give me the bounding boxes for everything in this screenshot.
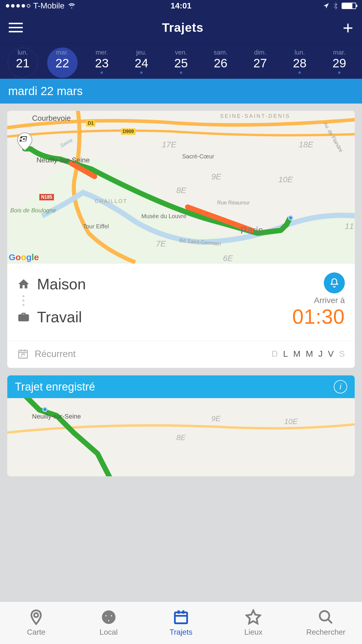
weekday-M: M bbox=[293, 349, 301, 359]
map-label: Courbevoie bbox=[32, 114, 71, 123]
weekday-V: V bbox=[328, 349, 334, 359]
map-label: Bois de Boulogne bbox=[10, 207, 56, 214]
svg-point-16 bbox=[320, 611, 329, 621]
weekday-J: J bbox=[318, 349, 323, 359]
map-attribution: Google bbox=[9, 252, 39, 262]
day-24[interactable]: jeu.24 bbox=[122, 49, 161, 74]
saved-trip-map[interactable]: Neuilly-sur-Seine 8E 9E 10E bbox=[7, 398, 355, 476]
carrier-label: T-Mobile bbox=[33, 1, 64, 10]
clock-label: 14:01 bbox=[171, 1, 191, 10]
map-label: Musée du Louvre bbox=[141, 213, 187, 220]
tab-trajets[interactable]: Trajets bbox=[145, 602, 217, 644]
bluetooth-icon bbox=[333, 2, 338, 10]
map-label: SEINE-SAINT-DENIS bbox=[220, 113, 290, 119]
map-label: 18E bbox=[299, 140, 313, 149]
svg-rect-15 bbox=[182, 610, 184, 614]
recurrent-label: Récurrent bbox=[35, 349, 266, 359]
day-22[interactable]: mar.22 bbox=[43, 49, 82, 74]
weekdays: DLMMJVS bbox=[272, 349, 345, 359]
weekday-L: L bbox=[283, 349, 288, 359]
weekday-S: S bbox=[339, 349, 345, 359]
calendar-icon bbox=[173, 609, 189, 625]
svg-point-8 bbox=[34, 613, 38, 617]
trip-from: Maison bbox=[37, 275, 86, 293]
map-label: Sacré-Cœur bbox=[182, 153, 214, 160]
trip-to: Travail bbox=[37, 308, 82, 326]
location-arrow-icon bbox=[323, 3, 329, 9]
notification-bell-button[interactable] bbox=[324, 272, 345, 293]
day-21[interactable]: lun.21 bbox=[3, 49, 43, 74]
briefcase-icon bbox=[17, 311, 30, 323]
saved-trip-title: Trajet enregistré bbox=[15, 381, 334, 393]
map-label: Neuilly-sur-Seine bbox=[36, 156, 90, 164]
road-label: D909 bbox=[121, 128, 136, 135]
search-icon bbox=[318, 609, 334, 625]
map-label: CHAILLOT bbox=[95, 198, 127, 204]
arrive-label: Arriver à bbox=[292, 296, 345, 305]
map-label: Neuilly-sur-Seine bbox=[32, 413, 81, 420]
day-26[interactable]: sam.26 bbox=[201, 49, 240, 74]
svg-rect-6 bbox=[19, 350, 27, 358]
map-label: 8E bbox=[176, 186, 186, 195]
tab-carte[interactable]: Carte bbox=[0, 602, 72, 644]
svg-rect-3 bbox=[20, 137, 22, 138]
local-icon bbox=[101, 609, 117, 625]
weekday-D: D bbox=[272, 349, 278, 359]
svg-rect-4 bbox=[23, 138, 25, 140]
map-label: 6E bbox=[223, 254, 233, 263]
hamburger-icon[interactable] bbox=[9, 23, 23, 32]
signal-dots-icon bbox=[6, 4, 30, 8]
arrive-time: 01:30 bbox=[292, 305, 345, 328]
add-button[interactable]: + bbox=[343, 19, 353, 37]
current-location-dot bbox=[42, 407, 48, 412]
map-label: 9E bbox=[211, 414, 221, 423]
day-25[interactable]: ven.25 bbox=[161, 49, 201, 74]
tab-rechercher[interactable]: Rechercher bbox=[290, 602, 362, 644]
svg-point-10 bbox=[104, 614, 107, 617]
page-title: Trajets bbox=[23, 21, 343, 35]
day-27[interactable]: dim.27 bbox=[240, 49, 280, 74]
svg-rect-13 bbox=[175, 612, 187, 623]
info-icon[interactable]: i bbox=[334, 380, 347, 393]
saved-trip-card[interactable]: Trajet enregistré i Neuilly-sur-Seine 8E… bbox=[7, 375, 355, 477]
map-label: Paris bbox=[240, 225, 263, 236]
calendar-recurrent-icon bbox=[17, 348, 29, 360]
road-label: N185 bbox=[39, 194, 54, 200]
date-header: mardi 22 mars bbox=[0, 79, 362, 104]
navbar: Trajets + bbox=[0, 12, 362, 44]
svg-point-12 bbox=[107, 619, 110, 622]
status-bar: T-Mobile 14:01 bbox=[0, 0, 362, 12]
wifi-icon bbox=[67, 3, 76, 9]
map-pin-icon bbox=[28, 609, 44, 625]
map-label: 10E bbox=[278, 175, 293, 184]
tab-local[interactable]: Local bbox=[72, 602, 145, 644]
route-connector-icon bbox=[22, 295, 292, 306]
map-label: 17E bbox=[162, 140, 176, 149]
day-23[interactable]: mer.23 bbox=[82, 49, 122, 74]
day-28[interactable]: lun.28 bbox=[280, 49, 319, 74]
tab-lieux[interactable]: Lieux bbox=[217, 602, 289, 644]
day-29[interactable]: mar.29 bbox=[319, 49, 359, 74]
date-strip[interactable]: lun.21mar.22mer.23jeu.24ven.25sam.26dim.… bbox=[0, 44, 362, 79]
map-label: Rue Réaumur bbox=[217, 200, 250, 206]
svg-rect-5 bbox=[20, 140, 22, 141]
tab-bar: Carte Local Trajets Lieux Rechercher bbox=[0, 601, 362, 644]
star-icon bbox=[245, 609, 261, 625]
map-label: 7E bbox=[156, 239, 166, 249]
map-label: 11 bbox=[345, 222, 354, 231]
battery-icon bbox=[342, 3, 356, 9]
road-label: D1 bbox=[86, 120, 95, 127]
map-label: Tour Eiffel bbox=[83, 223, 109, 230]
map-label: 8E bbox=[176, 433, 186, 442]
map-label: 10E bbox=[284, 417, 298, 426]
trip-card[interactable]: Courbevoie Neuilly-sur-Seine Sacré-Cœur … bbox=[7, 111, 355, 368]
map-label: 9E bbox=[211, 172, 221, 181]
home-icon bbox=[17, 278, 30, 290]
weekday-M: M bbox=[306, 349, 313, 359]
current-location-dot bbox=[288, 215, 293, 220]
svg-point-11 bbox=[110, 614, 113, 617]
svg-rect-14 bbox=[178, 610, 180, 614]
trip-map[interactable]: Courbevoie Neuilly-sur-Seine Sacré-Cœur … bbox=[7, 111, 355, 264]
